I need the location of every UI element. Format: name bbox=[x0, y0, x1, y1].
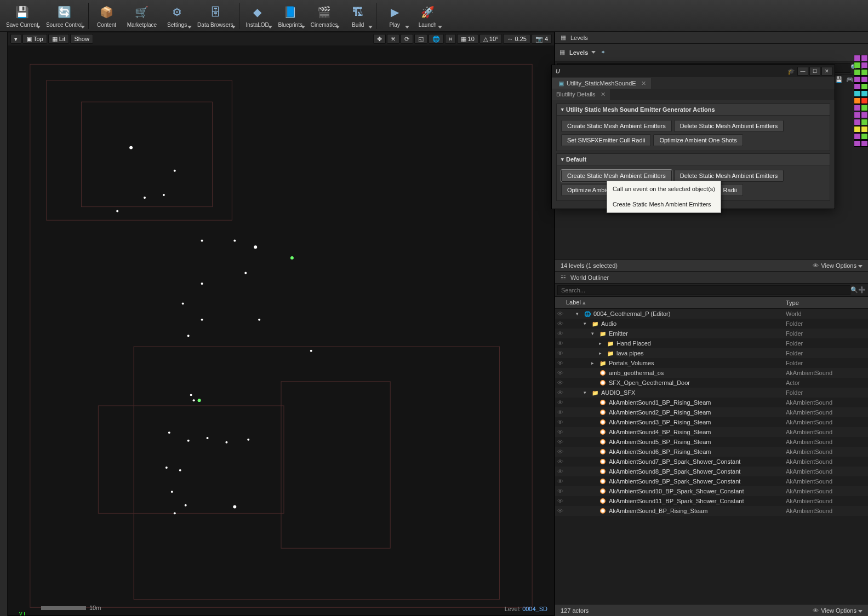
action-set-smsfxemitter-cull-radii[interactable]: Set SMSFXEmitter Cull Radii bbox=[561, 134, 651, 146]
color-chip-row[interactable] bbox=[854, 133, 868, 140]
visibility-icon[interactable]: 👁 bbox=[555, 409, 565, 416]
section-header-default[interactable]: ▾Default bbox=[556, 153, 830, 165]
outliner-row[interactable]: 👁▾📁EmitterFolder bbox=[555, 329, 868, 338]
outliner-row[interactable]: 👁SFX_Open_Geothermal_DoorActor bbox=[555, 378, 868, 388]
minimize-button[interactable]: — bbox=[797, 67, 808, 76]
outliner-row[interactable]: 👁AkAmbientSound5_BP_Rising_SteamAkAmbien… bbox=[555, 437, 868, 447]
visibility-icon[interactable]: 👁 bbox=[555, 350, 565, 356]
color-chip-row[interactable] bbox=[854, 119, 868, 125]
color-chip-row[interactable] bbox=[854, 55, 868, 61]
color-chip-row[interactable] bbox=[854, 83, 868, 90]
outliner-row[interactable]: 👁▾🌐0004_Geothermal_P (Editor)World bbox=[555, 309, 868, 319]
visibility-icon[interactable]: 👁 bbox=[555, 379, 565, 386]
col-type[interactable]: Type bbox=[786, 300, 868, 306]
outliner-row[interactable]: 👁AkAmbientSound10_BP_Spark_Shower_Consta… bbox=[555, 486, 868, 496]
toolbar-content[interactable]: 📦Content bbox=[91, 1, 123, 31]
view-lit[interactable]: ▦Lit bbox=[48, 34, 70, 44]
color-chip-row[interactable] bbox=[854, 69, 868, 76]
toolbar-data-browsers[interactable]: 🗄Data Browsers bbox=[194, 1, 237, 31]
visibility-icon[interactable]: 👁 bbox=[555, 360, 565, 366]
blutility-details-tab[interactable]: Blutility Details ✕ bbox=[552, 89, 610, 100]
toolbar-marketplace[interactable]: 🛒Marketplace bbox=[124, 1, 160, 31]
grid-snap[interactable]: ▦10 bbox=[457, 34, 478, 44]
visibility-icon[interactable]: 👁 bbox=[555, 468, 565, 475]
col-label[interactable]: Label ▴ bbox=[555, 299, 786, 306]
outliner-add-icon[interactable]: ➕ bbox=[858, 286, 866, 294]
outliner-tab[interactable]: ☷ World Outliner bbox=[555, 272, 868, 284]
action-optimize-ambient-one-shots[interactable]: Optimize Ambient One Shots bbox=[653, 134, 743, 146]
outliner-row[interactable]: 👁AkAmbientSound3_BP_Rising_SteamAkAmbien… bbox=[555, 417, 868, 427]
visibility-icon[interactable]: 👁 bbox=[555, 330, 565, 337]
maximize-button[interactable]: ☐ bbox=[809, 67, 820, 76]
collapse-icon[interactable]: ▾ bbox=[576, 311, 581, 316]
action-delete-static-mesh-ambient-emitters[interactable]: Delete Static Mesh Ambient Emitters bbox=[674, 120, 784, 132]
visibility-icon[interactable]: 👁 bbox=[555, 399, 565, 406]
transform-scale[interactable]: ◱ bbox=[414, 34, 427, 44]
visibility-icon[interactable]: 👁 bbox=[555, 320, 565, 327]
color-chip-row[interactable] bbox=[854, 76, 868, 83]
viewport-menu[interactable]: ▾ bbox=[10, 34, 21, 44]
outliner-row[interactable]: 👁▾📁AudioFolder bbox=[555, 319, 868, 329]
toolbar-settings[interactable]: ⚙Settings bbox=[161, 1, 193, 31]
toolbar-build[interactable]: 🏗Build bbox=[342, 1, 374, 31]
outliner-row[interactable]: 👁AkAmbientSound7_BP_Spark_Shower_Constan… bbox=[555, 457, 868, 467]
visibility-icon[interactable]: 👁 bbox=[555, 458, 565, 465]
blutility-titlebar[interactable]: U 🎓 — ☐ ✕ bbox=[552, 65, 835, 77]
section-header-actions[interactable]: ▾Utility Static Mesh Sound Emitter Gener… bbox=[556, 103, 830, 116]
visibility-icon[interactable]: 👁 bbox=[555, 370, 565, 376]
toolbar-play[interactable]: ▶Play bbox=[379, 1, 410, 31]
levels-summon-icon[interactable]: ✦ bbox=[599, 49, 607, 56]
visibility-icon[interactable]: 👁 bbox=[555, 419, 565, 425]
toolbar-instalod[interactable]: ◆InstaLOD bbox=[242, 1, 273, 31]
visibility-icon[interactable]: 👁 bbox=[555, 508, 565, 514]
blutility-window-tab[interactable]: ▣ Utility_StaticMeshSoundE ✕ bbox=[552, 78, 652, 89]
outliner-row[interactable]: 👁▸📁Hand PlacedFolder bbox=[555, 338, 868, 348]
outliner-search-input[interactable] bbox=[557, 285, 850, 295]
outliner-row[interactable]: 👁AkAmbientSound8_BP_Spark_Shower_Constan… bbox=[555, 467, 868, 476]
outliner-row[interactable]: 👁AkAmbientSound2_BP_Rising_SteamAkAmbien… bbox=[555, 407, 868, 417]
action-delete-static-mesh-ambient-emitters[interactable]: Delete Static Mesh Ambient Emitters bbox=[674, 170, 784, 182]
outliner-row[interactable]: 👁AkAmbientSound1_BP_Rising_SteamAkAmbien… bbox=[555, 398, 868, 407]
visibility-icon[interactable]: 👁 bbox=[555, 310, 565, 317]
close-button[interactable]: ✕ bbox=[821, 67, 832, 76]
view-top[interactable]: ▣Top bbox=[22, 34, 47, 44]
color-chip-row[interactable] bbox=[854, 140, 868, 147]
color-chip-row[interactable] bbox=[854, 126, 868, 133]
visibility-icon[interactable]: 👁 bbox=[555, 478, 565, 485]
collapse-icon[interactable]: ▾ bbox=[584, 390, 589, 395]
levels-view-options[interactable]: 👁 View Options bbox=[812, 262, 863, 269]
expand-icon[interactable]: ▸ bbox=[591, 360, 597, 366]
outliner-row[interactable]: 👁AkAmbientSound4_BP_Rising_SteamAkAmbien… bbox=[555, 427, 868, 437]
camera-speed[interactable]: 📷4 bbox=[532, 34, 552, 44]
action-create-static-mesh-ambient-emitters[interactable]: Create Static Mesh Ambient Emitters bbox=[561, 170, 672, 182]
outliner-row[interactable]: 👁amb_geothermal_osAkAmbientSound bbox=[555, 368, 868, 378]
action-create-static-mesh-ambient-emitters[interactable]: Create Static Mesh Ambient Emitters bbox=[561, 120, 672, 132]
toolbar-launch[interactable]: 🚀Launch bbox=[412, 1, 443, 31]
visibility-icon[interactable]: 👁 bbox=[555, 429, 565, 435]
coord-space[interactable]: 🌐 bbox=[429, 34, 444, 44]
visibility-icon[interactable]: 👁 bbox=[555, 389, 565, 396]
collapse-icon[interactable]: ▾ bbox=[584, 321, 589, 326]
transform-select[interactable]: ✥ bbox=[373, 34, 386, 44]
angle-snap[interactable]: △10° bbox=[479, 34, 502, 44]
view-show[interactable]: Show bbox=[70, 34, 93, 44]
color-chip-row[interactable] bbox=[854, 90, 868, 97]
expand-icon[interactable]: ▸ bbox=[599, 341, 604, 346]
collapse-icon[interactable]: ▾ bbox=[591, 331, 597, 336]
scale-snap[interactable]: ↔0.25 bbox=[503, 34, 530, 44]
close-tab-icon[interactable]: ✕ bbox=[601, 91, 606, 97]
color-chip-row[interactable] bbox=[854, 97, 868, 104]
toolbar-save-current[interactable]: 💾Save Current bbox=[3, 1, 42, 31]
outliner-view-options[interactable]: 👁 View Options bbox=[812, 607, 863, 614]
visibility-icon[interactable]: 👁 bbox=[555, 439, 565, 445]
color-chip-row[interactable] bbox=[854, 112, 868, 118]
transform-rotate[interactable]: ⟳ bbox=[401, 34, 413, 44]
graduation-icon[interactable]: 🎓 bbox=[787, 67, 795, 75]
color-chip-row[interactable] bbox=[854, 105, 868, 111]
levels-dropdown-icon[interactable] bbox=[591, 51, 596, 54]
visibility-icon[interactable]: 👁 bbox=[555, 498, 565, 504]
toolbar-cinematics[interactable]: 🎬Cinematics bbox=[307, 1, 341, 31]
visibility-icon[interactable]: 👁 bbox=[555, 340, 565, 347]
close-tab-icon[interactable]: ✕ bbox=[641, 80, 646, 87]
viewport[interactable]: xy 10m Level: 0004_SD bbox=[8, 45, 554, 615]
